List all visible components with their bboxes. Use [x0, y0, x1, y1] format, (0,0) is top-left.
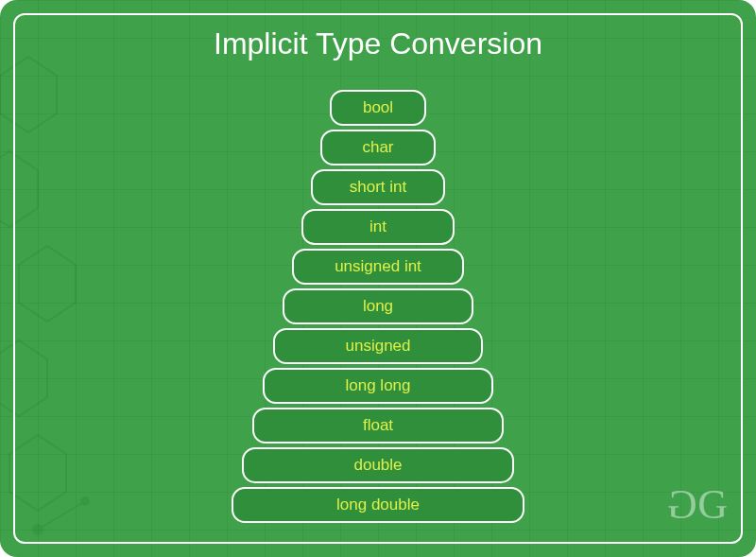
type-box: short int: [311, 169, 445, 205]
type-label: long long: [345, 376, 410, 395]
logo: GG: [671, 480, 724, 529]
type-box: char: [320, 130, 436, 165]
type-label: unsigned: [345, 337, 410, 356]
type-pyramid: bool char short int int unsigned int lon…: [13, 90, 743, 523]
type-box: long: [283, 288, 473, 324]
type-label: long double: [336, 496, 420, 514]
type-label: int: [369, 218, 387, 236]
type-box: unsigned: [273, 328, 483, 364]
type-label: long: [363, 297, 393, 316]
type-box: float: [252, 408, 504, 444]
type-label: float: [363, 416, 393, 435]
type-box: unsigned int: [292, 249, 464, 285]
type-label: bool: [363, 98, 393, 117]
type-box: double: [242, 447, 514, 483]
type-label: char: [362, 138, 393, 157]
type-box: int: [301, 209, 455, 245]
type-label: double: [353, 456, 402, 475]
svg-point-5: [33, 525, 43, 534]
diagram-container: Implicit Type Conversion bool char short…: [0, 0, 756, 557]
type-label: unsigned int: [335, 257, 421, 276]
type-label: short int: [350, 178, 406, 197]
type-box: long long: [263, 368, 493, 404]
type-box: bool: [330, 90, 426, 126]
logo-g: G: [697, 481, 724, 528]
diagram-title: Implicit Type Conversion: [13, 26, 743, 61]
logo-g-mirrored: G: [671, 480, 697, 529]
type-box: long double: [232, 487, 524, 523]
